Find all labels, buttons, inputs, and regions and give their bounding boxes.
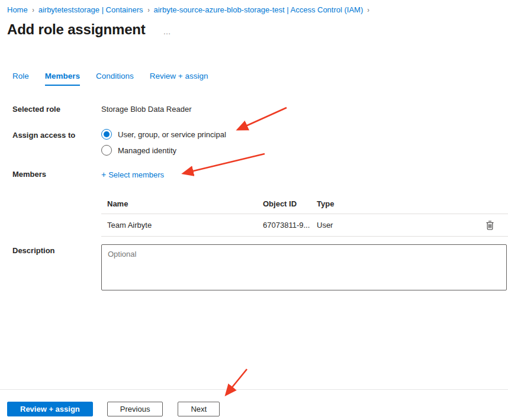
select-members-link[interactable]: +Select members	[101, 170, 164, 179]
assign-access-label: Assign access to	[12, 131, 101, 156]
delete-member-button[interactable]	[484, 219, 496, 231]
breadcrumb-home-link[interactable]: Home	[7, 5, 28, 14]
chevron-right-icon: ›	[368, 6, 369, 14]
description-textarea[interactable]	[101, 244, 507, 290]
tab-bar: Role Members Conditions Review + assign	[12, 72, 208, 86]
radio-label: User, group, or service principal	[118, 130, 226, 139]
footer-divider	[0, 389, 508, 390]
page-title: Add role assignment	[7, 21, 146, 38]
radio-selected-icon[interactable]	[101, 129, 112, 140]
radio-user-group-service-principal[interactable]: User, group, or service principal	[101, 129, 226, 140]
more-options-icon[interactable]: …	[163, 24, 172, 36]
radio-managed-identity[interactable]: Managed identity	[101, 145, 226, 156]
title-row: Add role assignment …	[7, 21, 172, 38]
description-row: Description	[12, 246, 101, 255]
radio-unselected-icon[interactable]	[101, 145, 112, 156]
tab-role[interactable]: Role	[12, 72, 29, 86]
assign-access-row: Assign access to User, group, or service…	[12, 131, 226, 156]
tab-conditions[interactable]: Conditions	[96, 72, 134, 86]
add-role-assignment-page: Home › airbyteteststorage | Containers ›…	[0, 0, 508, 420]
plus-icon: +	[101, 170, 106, 179]
assign-access-options: User, group, or service principal Manage…	[101, 129, 226, 156]
next-button[interactable]: Next	[178, 402, 220, 416]
column-header-object-id: Object ID	[263, 199, 317, 208]
members-label: Members	[12, 170, 101, 179]
review-assign-button[interactable]: Review + assign	[7, 402, 93, 416]
members-table: Name Object ID Type Team Airbyte 6707381…	[101, 194, 508, 237]
radio-label: Managed identity	[118, 146, 176, 155]
footer-actions: Review + assign Previous Next	[7, 402, 234, 416]
trash-icon	[486, 220, 494, 230]
chevron-right-icon: ›	[32, 6, 34, 14]
table-row: Team Airbyte 67073811-9... User	[101, 214, 508, 237]
column-header-name: Name	[101, 199, 263, 208]
select-members-label: Select members	[108, 170, 164, 179]
member-object-id-cell: 67073811-9...	[263, 221, 317, 230]
annotation-arrow-next-button	[226, 369, 247, 395]
selected-role-value: Storage Blob Data Reader	[101, 105, 191, 114]
column-header-type: Type	[317, 199, 471, 208]
breadcrumb-container-iam-link[interactable]: airbyte-source-azure-blob-storage-test |…	[154, 5, 364, 14]
previous-button[interactable]: Previous	[107, 402, 163, 416]
annotation-arrow-select-members	[184, 154, 265, 173]
description-label: Description	[12, 246, 101, 255]
members-row: Members +Select members	[12, 170, 164, 179]
selected-role-label: Selected role	[12, 105, 101, 114]
table-header-row: Name Object ID Type	[101, 194, 508, 214]
chevron-right-icon: ›	[147, 6, 149, 14]
tab-review-assign[interactable]: Review + assign	[150, 72, 208, 86]
member-name-cell: Team Airbyte	[101, 221, 263, 230]
annotation-arrow-assign-access	[238, 108, 287, 130]
breadcrumb: Home › airbyteteststorage | Containers ›…	[7, 5, 369, 14]
breadcrumb-storage-link[interactable]: airbyteteststorage | Containers	[38, 5, 143, 14]
tab-members[interactable]: Members	[45, 72, 80, 86]
member-type-cell: User	[317, 221, 471, 230]
selected-role-row: Selected role Storage Blob Data Reader	[12, 105, 191, 114]
